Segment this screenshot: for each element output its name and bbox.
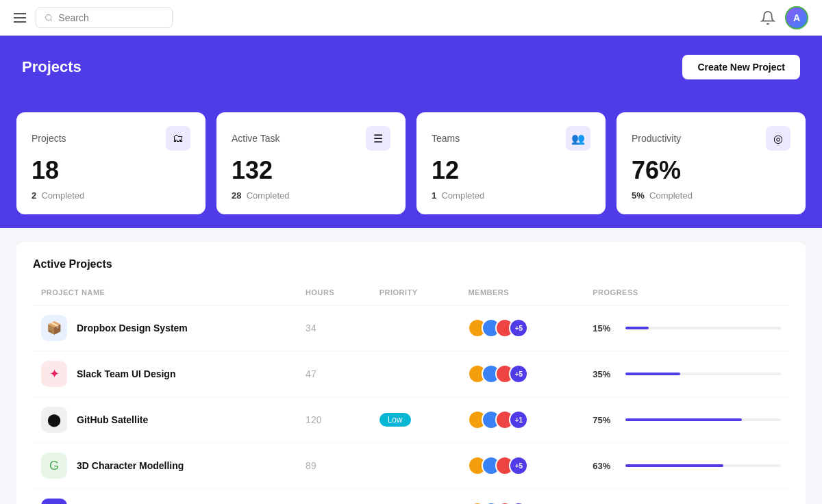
stat-sub: 1 Completed: [432, 190, 590, 201]
stat-value: 132: [232, 156, 390, 185]
table-header-row: PROJECT NAME HOURS PRIORITY MEMBERS PROG…: [33, 283, 789, 305]
progress-bar-fill: [625, 373, 680, 375]
project-name-cell: G 3D Character Modelling: [33, 443, 297, 489]
stat-label: Active Task: [232, 133, 280, 144]
banner-title: Projects: [22, 58, 82, 76]
progress-bar-fill: [625, 418, 742, 421]
header: A: [0, 0, 822, 36]
project-logo: ✦: [41, 361, 67, 387]
member-extra: +1: [509, 410, 528, 429]
progress-cell: 15%: [584, 305, 789, 351]
stat-sub: 2 Completed: [32, 190, 190, 201]
hours-cell: 108: [297, 489, 371, 505]
members-stack: +1: [468, 410, 576, 429]
hours-cell: 89: [297, 443, 371, 489]
stat-label: Teams: [432, 133, 460, 144]
members-cell: +5: [460, 443, 584, 489]
project-name: Slack Team UI Design: [77, 368, 175, 379]
col-hours: HOURS: [297, 283, 371, 305]
stat-card-header: Projects 🗂: [32, 126, 190, 151]
table-row: 📦 Dropbox Design System 34 +5 15%: [33, 305, 789, 351]
progress-bar-bg: [625, 418, 781, 421]
hamburger-menu[interactable]: [14, 13, 26, 23]
table-row: ≡ Webapp Design System 108 +5 100%: [33, 489, 789, 505]
members-cell: +5: [460, 305, 584, 351]
project-name-cell: ⬤ GitHub Satellite: [33, 397, 297, 443]
members-cell: +5: [460, 489, 584, 505]
notification-icon[interactable]: [760, 10, 775, 25]
progress-label: 75%: [593, 415, 619, 425]
progress-bar-bg: [625, 327, 781, 329]
progress-bar-bg: [625, 373, 781, 375]
header-right: A: [760, 6, 808, 29]
search-box: [36, 8, 173, 28]
stat-value: 12: [432, 156, 590, 185]
table-row: ✦ Slack Team UI Design 47 +5 35%: [33, 351, 789, 397]
hours-value: 120: [306, 414, 321, 425]
project-logo: G: [41, 453, 67, 479]
project-name-cell: 📦 Dropbox Design System: [33, 305, 297, 351]
stat-card-header: Productivity ◎: [632, 126, 790, 151]
stat-card-productivity: Productivity ◎ 76% 5% Completed: [616, 112, 806, 214]
stats-row: Projects 🗂 18 2 Completed Active Task ☰ …: [0, 99, 822, 228]
active-projects-card: Active Projects PROJECT NAME HOURS PRIOR…: [16, 242, 806, 504]
stat-card-header: Teams 👥: [432, 126, 590, 151]
banner: Projects Create New Project: [0, 36, 822, 99]
project-name: 3D Character Modelling: [77, 460, 184, 471]
project-logo: 📦: [41, 315, 67, 341]
members-stack: +5: [468, 364, 576, 383]
project-logo: ⬤: [41, 407, 67, 433]
col-project-name: PROJECT NAME: [33, 283, 297, 305]
project-logo: ≡: [41, 499, 67, 504]
progress-bar-fill: [625, 327, 649, 329]
members-cell: +5: [460, 351, 584, 397]
priority-cell: [371, 443, 460, 489]
progress-bar-bg: [625, 464, 781, 467]
progress-label: 15%: [593, 323, 619, 333]
hours-cell: 34: [297, 305, 371, 351]
member-extra: +5: [509, 364, 528, 383]
stat-icon: ☰: [366, 126, 390, 151]
col-members: MEMBERS: [460, 283, 584, 305]
projects-table: PROJECT NAME HOURS PRIORITY MEMBERS PROG…: [33, 283, 789, 504]
table-row: ⬤ GitHub Satellite 120 Low +1 75%: [33, 397, 789, 443]
svg-point-0: [46, 14, 51, 20]
stat-value: 76%: [632, 156, 790, 185]
project-name: GitHub Satellite: [77, 414, 148, 425]
priority-badge: Low: [379, 413, 411, 427]
stat-label: Productivity: [632, 133, 681, 144]
stat-sub: 5% Completed: [632, 190, 790, 201]
stat-icon: 👥: [566, 126, 590, 151]
member-extra: +5: [509, 318, 528, 338]
members-stack: +5: [468, 456, 576, 475]
create-project-button[interactable]: Create New Project: [682, 55, 800, 79]
priority-cell: [371, 489, 460, 505]
project-name-cell: ≡ Webapp Design System: [33, 489, 297, 505]
members-stack: +5: [468, 318, 576, 338]
stat-value: 18: [32, 156, 190, 185]
search-input[interactable]: [58, 12, 164, 23]
stat-card-header: Active Task ☰: [232, 126, 390, 151]
stat-icon: 🗂: [166, 126, 190, 151]
stat-sub: 28 Completed: [232, 190, 390, 201]
progress-label: 35%: [593, 369, 619, 379]
stat-card-active-task: Active Task ☰ 132 28 Completed: [216, 112, 406, 214]
section-title: Active Projects: [33, 258, 789, 270]
hours-cell: 47: [297, 351, 371, 397]
member-extra: +5: [509, 456, 528, 475]
priority-cell: [371, 305, 460, 351]
col-priority: PRIORITY: [371, 283, 460, 305]
main-content: Active Projects PROJECT NAME HOURS PRIOR…: [0, 228, 822, 504]
hours-cell: 120: [297, 397, 371, 443]
priority-cell: [371, 351, 460, 397]
stat-label: Projects: [32, 133, 66, 144]
svg-line-1: [51, 19, 52, 21]
members-cell: +1: [460, 397, 584, 443]
priority-cell: Low: [371, 397, 460, 443]
header-left: [14, 8, 173, 28]
user-avatar[interactable]: A: [785, 6, 808, 29]
hours-value: 89: [306, 460, 316, 471]
progress-cell: 63%: [584, 443, 789, 489]
hours-value: 34: [306, 323, 316, 333]
progress-label: 63%: [593, 461, 619, 471]
